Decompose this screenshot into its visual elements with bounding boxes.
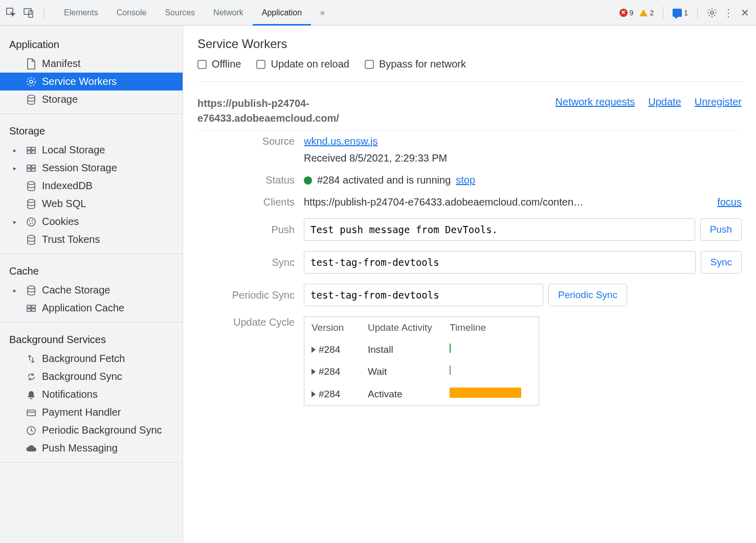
sidebar-item-periodic-background-sync[interactable]: Periodic Background Sync bbox=[0, 421, 183, 439]
source-file-link[interactable]: wknd.us.ensw.js bbox=[304, 135, 378, 147]
col-timeline: Timeline bbox=[442, 317, 539, 338]
sidebar-item-web-sql[interactable]: Web SQL bbox=[0, 195, 183, 213]
network-requests-link[interactable]: Network requests bbox=[555, 96, 635, 108]
svg-point-6 bbox=[28, 95, 35, 98]
tab-network[interactable]: Network bbox=[204, 0, 253, 25]
update-link[interactable]: Update bbox=[648, 96, 681, 108]
sidebar-item-application-cache[interactable]: Application Cache bbox=[0, 299, 183, 317]
cloud-icon bbox=[26, 443, 37, 454]
sidebar-item-cache-storage[interactable]: ▸Cache Storage bbox=[0, 281, 183, 299]
tabs-overflow[interactable]: » bbox=[311, 0, 334, 25]
push-message-input[interactable] bbox=[304, 218, 695, 241]
sidebar-item-cookies[interactable]: ▸Cookies bbox=[0, 213, 183, 231]
warning-icon bbox=[639, 9, 648, 16]
focus-link[interactable]: focus bbox=[717, 196, 742, 208]
database-icon bbox=[26, 180, 37, 192]
col-version: Version bbox=[304, 317, 361, 338]
bell-icon bbox=[26, 389, 37, 400]
close-icon[interactable]: ✕ bbox=[738, 6, 752, 20]
sidebar-item-payment-handler[interactable]: Payment Handler bbox=[0, 403, 183, 421]
sidebar-item-label: Cache Storage bbox=[42, 284, 110, 296]
error-icon: ✕ bbox=[619, 9, 628, 17]
svg-rect-12 bbox=[32, 165, 35, 168]
separator bbox=[697, 7, 698, 19]
sidebar-item-local-storage[interactable]: ▸Local Storage bbox=[0, 141, 183, 159]
sync-button[interactable]: Sync bbox=[701, 251, 742, 274]
sidebar-item-background-sync[interactable]: Background Sync bbox=[0, 368, 183, 386]
grid-icon bbox=[26, 145, 37, 156]
svg-rect-28 bbox=[27, 410, 35, 416]
tab-elements[interactable]: Elements bbox=[55, 0, 107, 25]
update-on-reload-checkbox[interactable]: Update on reload bbox=[256, 58, 349, 70]
sidebar-item-notifications[interactable]: Notifications bbox=[0, 386, 183, 403]
sidebar-item-label: Manifest bbox=[42, 58, 81, 70]
svg-point-4 bbox=[30, 80, 33, 83]
svg-point-16 bbox=[28, 199, 35, 202]
unregister-link[interactable]: Unregister bbox=[695, 96, 742, 108]
errors-badge[interactable]: ✕ 9 bbox=[617, 8, 636, 18]
sidebar-item-background-fetch[interactable]: Background Fetch bbox=[0, 350, 183, 368]
svg-rect-11 bbox=[27, 165, 31, 168]
bypass-for-network-checkbox[interactable]: Bypass for network bbox=[365, 58, 466, 70]
sidebar-item-service-workers[interactable]: Service Workers bbox=[0, 73, 183, 90]
svg-point-5 bbox=[27, 78, 35, 86]
stop-link[interactable]: stop bbox=[456, 174, 475, 186]
gear-icon bbox=[26, 76, 37, 87]
sync-icon bbox=[26, 371, 37, 382]
sidebar-item-label: Cookies bbox=[42, 216, 79, 228]
panel-title: Service Workers bbox=[197, 37, 742, 51]
inspect-icon[interactable] bbox=[4, 6, 18, 20]
svg-point-15 bbox=[28, 182, 35, 185]
table-row[interactable]: #284 Install bbox=[304, 338, 539, 360]
timeline-tick bbox=[450, 344, 451, 353]
svg-point-20 bbox=[30, 222, 31, 223]
svg-point-22 bbox=[28, 235, 35, 238]
warnings-count: 2 bbox=[650, 9, 654, 17]
push-button[interactable]: Push bbox=[700, 218, 742, 241]
sync-tag-input[interactable] bbox=[304, 251, 696, 274]
messages-count: 1 bbox=[684, 9, 688, 17]
timeline-bar bbox=[450, 388, 521, 398]
tab-console[interactable]: Console bbox=[107, 0, 156, 25]
periodic-sync-tag-input[interactable] bbox=[304, 284, 543, 306]
svg-rect-26 bbox=[27, 309, 31, 311]
sidebar-item-indexeddb[interactable]: IndexedDB bbox=[0, 177, 183, 195]
sidebar-item-label: IndexedDB bbox=[42, 180, 93, 192]
sidebar-section-title: Storage bbox=[0, 121, 183, 141]
device-toggle-icon[interactable] bbox=[21, 6, 36, 20]
status-label: Status bbox=[197, 174, 295, 186]
table-row[interactable]: #284 Activate bbox=[304, 382, 539, 405]
panel-tabs: Elements Console Sources Network Applica… bbox=[55, 0, 617, 25]
svg-rect-14 bbox=[32, 169, 35, 171]
settings-icon[interactable] bbox=[705, 6, 719, 20]
cookie-icon bbox=[26, 216, 37, 228]
clock-icon bbox=[26, 425, 37, 436]
sidebar-item-session-storage[interactable]: ▸Session Storage bbox=[0, 159, 183, 177]
sidebar-item-trust-tokens[interactable]: Trust Tokens bbox=[0, 231, 183, 248]
sidebar-item-label: Background Fetch bbox=[42, 353, 125, 365]
sidebar-item-label: Storage bbox=[42, 94, 78, 105]
svg-rect-1 bbox=[24, 9, 31, 14]
sidebar-item-storage[interactable]: Storage bbox=[0, 90, 183, 108]
separator bbox=[44, 7, 45, 19]
sidebar-item-push-messaging[interactable]: Push Messaging bbox=[0, 439, 183, 457]
grid-icon bbox=[26, 163, 37, 174]
received-timestamp: Received 8/5/2021, 2:29:33 PM bbox=[304, 152, 447, 164]
tab-application[interactable]: Application bbox=[253, 0, 311, 25]
warnings-badge[interactable]: 2 bbox=[637, 8, 656, 18]
kebab-menu-icon[interactable]: ⋮ bbox=[721, 6, 736, 20]
tab-sources[interactable]: Sources bbox=[155, 0, 204, 25]
sidebar-item-manifest[interactable]: Manifest bbox=[0, 55, 183, 73]
table-row[interactable]: #284 Wait bbox=[304, 360, 539, 382]
card-icon bbox=[26, 407, 37, 418]
offline-checkbox[interactable]: Offline bbox=[197, 58, 241, 70]
chevron-right-icon bbox=[312, 347, 316, 353]
svg-point-18 bbox=[29, 220, 30, 221]
sidebar-item-label: Local Storage bbox=[42, 144, 105, 156]
sync-label: Sync bbox=[197, 257, 295, 268]
clients-label: Clients bbox=[197, 196, 295, 208]
grid-icon bbox=[26, 303, 37, 314]
periodic-sync-button[interactable]: Periodic Sync bbox=[548, 284, 627, 306]
periodic-sync-label: Periodic Sync bbox=[197, 289, 295, 301]
messages-badge[interactable]: 1 bbox=[671, 8, 690, 18]
